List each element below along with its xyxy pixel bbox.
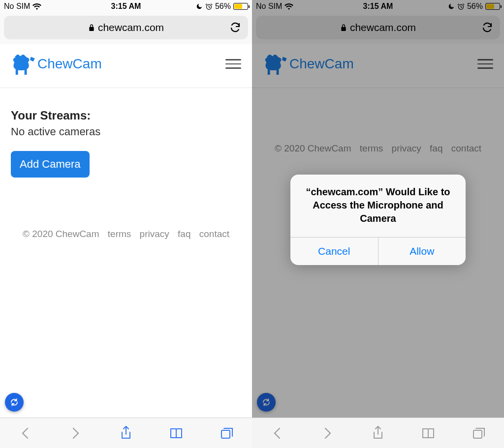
bookmarks-button[interactable] <box>166 423 187 444</box>
share-button[interactable] <box>116 423 136 444</box>
site-header: ChewCam <box>0 44 252 88</box>
site-logo[interactable]: ChewCam <box>11 51 102 77</box>
phone-screenshot-left: No SIM 3:15 AM 56% chewcam.com <box>0 0 252 448</box>
permission-dialog: “chewcam.com” Would Like to Access the M… <box>290 175 466 265</box>
url-bar[interactable]: chewcam.com <box>256 16 500 39</box>
clock-text: 3:15 AM <box>0 2 252 11</box>
site-logo[interactable]: ChewCam <box>263 51 354 77</box>
phone-screenshot-right: No SIM 3:15 AM 56% chewcam.com <box>252 0 504 448</box>
battery-icon <box>233 3 248 10</box>
site-header: ChewCam <box>252 44 504 88</box>
footer-link-faq[interactable]: faq <box>178 229 190 239</box>
svg-rect-1 <box>89 27 94 31</box>
svg-rect-4 <box>341 27 346 31</box>
reload-button[interactable] <box>229 16 241 39</box>
footer-link-privacy[interactable]: privacy <box>140 229 169 239</box>
streams-status: No active cameras <box>11 125 241 138</box>
dog-logo-icon <box>11 51 36 77</box>
hamburger-menu-button[interactable] <box>477 59 493 69</box>
logo-text: ChewCam <box>37 56 102 72</box>
footer: © 2020 ChewCam terms privacy faq contact <box>263 143 493 154</box>
url-bar-area: chewcam.com <box>252 13 504 44</box>
clock-text: 3:15 AM <box>252 2 504 11</box>
url-bar[interactable]: chewcam.com <box>4 16 248 39</box>
reload-button[interactable] <box>481 16 493 39</box>
page-content: Your Streams: No active cameras Add Came… <box>0 88 252 418</box>
logo-text: ChewCam <box>289 56 354 72</box>
status-bar: No SIM 3:15 AM 56% <box>252 0 504 13</box>
back-button[interactable] <box>15 423 35 444</box>
url-text: chewcam.com <box>98 22 164 33</box>
footer-link-privacy[interactable]: privacy <box>392 143 421 153</box>
svg-rect-5 <box>473 430 482 438</box>
footer-link-faq[interactable]: faq <box>430 143 442 153</box>
share-button[interactable] <box>368 423 388 444</box>
forward-button[interactable] <box>317 423 338 444</box>
permission-allow-button[interactable]: Allow <box>378 238 466 265</box>
sync-fab-button[interactable] <box>5 393 24 412</box>
tabs-button[interactable] <box>469 423 489 444</box>
hamburger-menu-button[interactable] <box>225 59 241 69</box>
battery-icon <box>485 3 500 10</box>
sync-icon <box>262 398 271 407</box>
lock-icon <box>88 23 95 32</box>
add-camera-button[interactable]: Add Camera <box>11 151 90 178</box>
footer-link-terms[interactable]: terms <box>108 229 131 239</box>
lock-icon <box>340 23 347 32</box>
back-button[interactable] <box>267 423 287 444</box>
forward-button[interactable] <box>65 423 86 444</box>
status-bar: No SIM 3:15 AM 56% <box>0 0 252 13</box>
permission-dialog-text: “chewcam.com” Would Like to Access the M… <box>290 175 466 237</box>
svg-rect-2 <box>221 430 230 438</box>
sync-icon <box>10 398 19 407</box>
dog-logo-icon <box>263 51 288 77</box>
bookmarks-button[interactable] <box>418 423 439 444</box>
footer-copyright: © 2020 ChewCam <box>23 229 99 239</box>
url-bar-area: chewcam.com <box>0 13 252 44</box>
url-text: chewcam.com <box>350 22 416 33</box>
footer-link-terms[interactable]: terms <box>360 143 383 153</box>
safari-toolbar <box>0 418 252 448</box>
sync-fab-button[interactable] <box>257 393 276 412</box>
permission-cancel-button[interactable]: Cancel <box>290 238 378 265</box>
safari-toolbar <box>252 418 504 448</box>
footer-link-contact[interactable]: contact <box>451 143 481 153</box>
footer-link-contact[interactable]: contact <box>199 229 229 239</box>
footer-copyright: © 2020 ChewCam <box>275 143 351 153</box>
streams-title: Your Streams: <box>11 109 241 122</box>
tabs-button[interactable] <box>217 423 237 444</box>
footer: © 2020 ChewCam terms privacy faq contact <box>11 229 241 239</box>
